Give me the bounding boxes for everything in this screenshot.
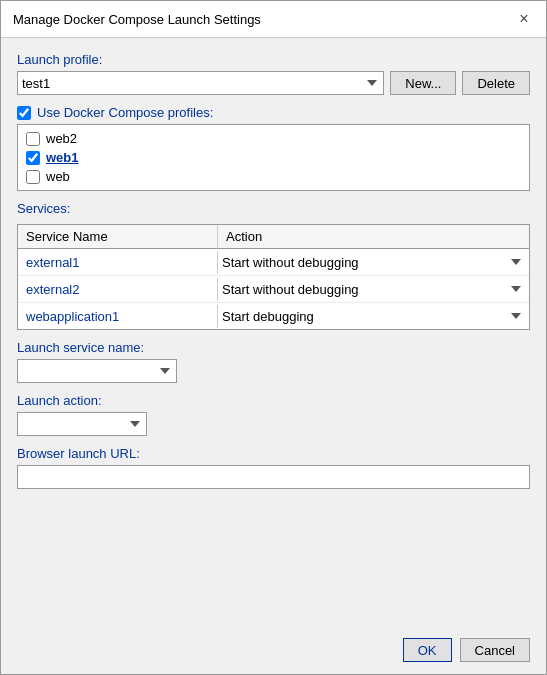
table-row: webapplication1 Start without debugging … [18,303,529,329]
services-label: Services: [17,201,530,216]
profile-web-label: web [46,169,70,184]
launch-action-select[interactable] [17,412,147,436]
profile-item-web: web [26,169,521,184]
browser-launch-url-label: Browser launch URL: [17,446,530,461]
profile-web-checkbox[interactable] [26,170,40,184]
table-row: external1 Start without debugging Start … [18,249,529,276]
use-docker-compose-checkbox[interactable] [17,106,31,120]
header-service-name: Service Name [18,225,218,248]
delete-profile-button[interactable]: Delete [462,71,530,95]
ok-button[interactable]: OK [403,638,452,662]
service-name-external2: external2 [18,278,218,301]
title-bar: Manage Docker Compose Launch Settings × [1,1,546,38]
action-select-external1[interactable]: Start without debugging Start debugging … [222,251,525,273]
launch-profile-row: test1 New... Delete [17,71,530,95]
services-section: Services: Service Name Action external1 … [17,201,530,330]
header-action: Action [218,225,529,248]
services-table: Service Name Action external1 Start with… [17,224,530,330]
browser-launch-url-input[interactable] [17,465,530,489]
dialog: Manage Docker Compose Launch Settings × … [0,0,547,675]
action-select-external2[interactable]: Start without debugging Start debugging … [222,278,525,300]
service-name-webapplication1: webapplication1 [18,305,218,328]
cancel-button[interactable]: Cancel [460,638,530,662]
browser-launch-url-section: Browser launch URL: [17,446,530,489]
profile-web2-label: web2 [46,131,77,146]
launch-profile-label: Launch profile: [17,52,530,67]
dialog-content: Launch profile: test1 New... Delete Use … [1,38,546,630]
action-cell-external2: Start without debugging Start debugging … [218,276,529,302]
close-button[interactable]: × [514,9,534,29]
dialog-footer: OK Cancel [1,630,546,674]
launch-action-label: Launch action: [17,393,530,408]
use-docker-compose-row: Use Docker Compose profiles: [17,105,530,120]
dialog-title: Manage Docker Compose Launch Settings [13,12,261,27]
action-cell-external1: Start without debugging Start debugging … [218,249,529,275]
table-row: external2 Start without debugging Start … [18,276,529,303]
profile-web1-label: web1 [46,150,79,165]
launch-action-section: Launch action: [17,393,530,436]
use-docker-compose-label: Use Docker Compose profiles: [37,105,213,120]
action-select-webapplication1[interactable]: Start without debugging Start debugging … [222,305,525,327]
action-cell-webapplication1: Start without debugging Start debugging … [218,303,529,329]
docker-compose-section: Use Docker Compose profiles: web2 web1 w… [17,105,530,191]
profiles-box: web2 web1 web [17,124,530,191]
table-header: Service Name Action [18,225,529,249]
new-profile-button[interactable]: New... [390,71,456,95]
profile-web2-checkbox[interactable] [26,132,40,146]
launch-service-name-label: Launch service name: [17,340,530,355]
profile-item-web1: web1 [26,150,521,165]
launch-profile-select[interactable]: test1 [17,71,384,95]
profile-item-web2: web2 [26,131,521,146]
service-name-external1: external1 [18,251,218,274]
launch-service-name-section: Launch service name: [17,340,530,383]
launch-profile-section: Launch profile: test1 New... Delete [17,52,530,95]
profile-web1-checkbox[interactable] [26,151,40,165]
launch-service-name-select[interactable] [17,359,177,383]
